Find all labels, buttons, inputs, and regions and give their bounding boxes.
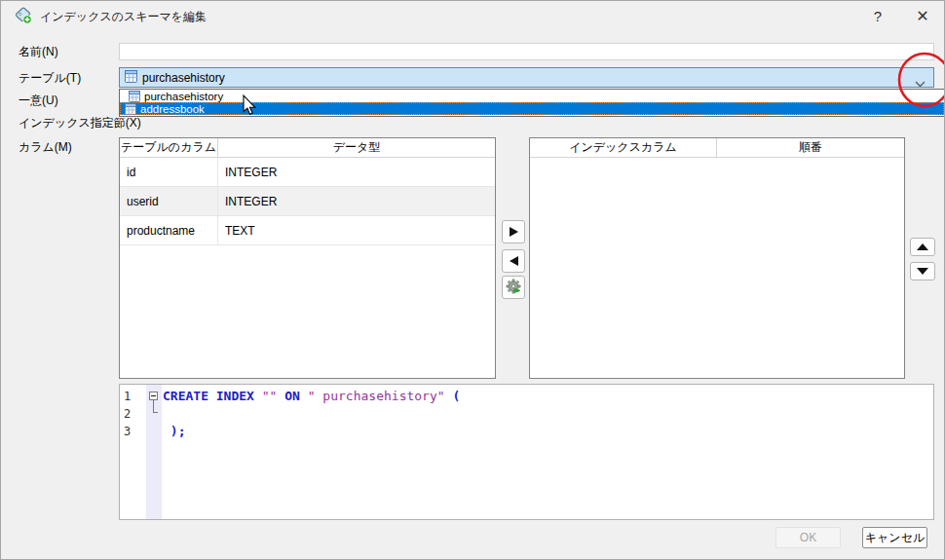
name-label: 名前(N) [19,44,58,60]
arrow-left-icon [510,256,518,266]
line-number: 1 [120,388,146,405]
column-type-cell: TEXT [218,216,495,244]
unique-label: 一意(U) [19,93,58,109]
add-column-button[interactable] [502,220,525,243]
fold-collapse-icon[interactable] [149,392,158,400]
columns-table-header: テーブルのカラム データ型 [120,138,495,158]
index-table-header: インデックスカラム 順番 [530,138,904,158]
column-header-name: テーブルのカラム [120,138,218,157]
table-icon [125,103,136,115]
combobox-value: purchasehistory [142,71,225,85]
index-columns-table: インデックスカラム 順番 [529,137,905,379]
column-name-cell: id [120,158,218,186]
remove-column-button[interactable] [502,249,525,273]
arrow-up-icon [917,243,928,250]
auto-generate-button[interactable] [502,276,525,299]
close-button[interactable]: ✕ [901,1,944,30]
gear-run-icon [506,279,521,297]
where-clause-label: インデックス指定節(X) [19,115,141,131]
edit-index-schema-dialog: インデックスのスキーマを編集 ? ✕ 名前(N) テーブル(T) 一意(U) イ… [0,0,945,560]
columns-table-body: idINTEGERuseridINTEGERproductnameTEXT [120,158,495,245]
move-up-button[interactable] [910,238,935,256]
sql-code-line: ); [163,423,933,440]
column-type-cell: INTEGER [218,187,495,215]
sql-code: CREATE INDEX "" ON " purchasehistory" ( … [163,388,933,440]
move-down-button[interactable] [910,262,935,280]
arrow-right-icon [510,227,518,237]
titlebar: インデックスのスキーマを編集 ? ✕ [1,1,944,30]
table-icon [125,69,137,87]
table-row[interactable]: idINTEGER [120,158,495,187]
sql-code-line [163,405,933,423]
columns-label: カラム(M) [19,139,72,156]
column-header-type: データ型 [218,138,495,157]
window-title: インデックスのスキーマを編集 [40,9,207,25]
line-number: 3 [120,423,146,440]
fold-guide-corner [153,412,158,413]
line-number: 2 [120,405,146,423]
table-combobox[interactable]: purchasehistory [119,67,934,88]
help-button[interactable]: ? [856,1,899,30]
table-row[interactable]: useridINTEGER [120,187,495,216]
dropdown-item[interactable]: purchasehistory [120,90,944,102]
table-icon [129,91,140,102]
order-header: 順番 [717,138,904,157]
column-name-cell: productname [120,216,218,244]
cancel-button[interactable]: キャンセル [862,527,927,548]
fold-margin[interactable] [146,385,162,519]
index-tag-icon [15,7,32,24]
table-label: テーブル(T) [19,70,81,87]
sql-code-line: CREATE INDEX "" ON " purchasehistory" ( [163,388,933,405]
columns-table: テーブルのカラム データ型 idINTEGERuseridINTEGERprod… [119,137,496,379]
dropdown-item[interactable]: addressbook [120,102,944,115]
dropdown-item-label: addressbook [140,103,205,115]
index-column-header: インデックスカラム [530,138,717,157]
table-dropdown: purchasehistoryaddressbook [119,89,945,117]
table-row[interactable]: productnameTEXT [120,216,495,245]
index-name-input[interactable] [119,43,934,60]
line-numbers: 123 [120,385,146,519]
dropdown-item-label: purchasehistory [144,91,223,102]
column-name-cell: userid [120,187,218,215]
arrow-down-icon [917,268,928,275]
ok-button[interactable]: OK [775,527,841,548]
sql-editor[interactable]: 123 CREATE INDEX "" ON " purchasehistory… [119,384,934,520]
fold-guide-line [153,400,154,412]
column-type-cell: INTEGER [218,158,495,186]
